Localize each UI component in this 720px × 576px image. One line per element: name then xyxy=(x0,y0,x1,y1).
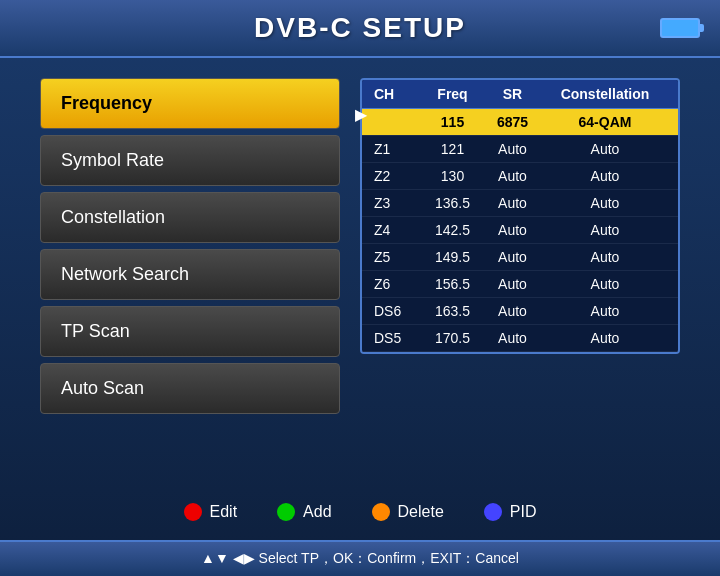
delete-button[interactable]: Delete xyxy=(372,503,444,521)
table-row[interactable]: Z6 156.5 Auto Auto xyxy=(362,271,678,298)
main-content: Frequency Symbol Rate Constellation Netw… xyxy=(0,58,720,434)
table-row[interactable]: Z4 142.5 Auto Auto xyxy=(362,217,678,244)
menu-item-network-search[interactable]: Network Search xyxy=(40,249,340,300)
add-button[interactable]: Add xyxy=(277,503,331,521)
channel-table-panel: CH Freq SR Constellation 115 6875 64-QAM… xyxy=(360,78,680,414)
orange-circle-icon xyxy=(372,503,390,521)
header: DVB-C SETUP xyxy=(0,0,720,58)
red-circle-icon xyxy=(184,503,202,521)
table-row[interactable]: Z5 149.5 Auto Auto xyxy=(362,244,678,271)
left-menu: Frequency Symbol Rate Constellation Netw… xyxy=(40,78,340,414)
table-row[interactable]: Z3 136.5 Auto Auto xyxy=(362,190,678,217)
page-title: DVB-C SETUP xyxy=(254,12,466,43)
status-bar: ▲▼ ◀▶ Select TP，OK：Confirm，EXIT：Cancel xyxy=(0,540,720,576)
menu-item-constellation[interactable]: Constellation xyxy=(40,192,340,243)
table-row[interactable]: 115 6875 64-QAM xyxy=(362,109,678,136)
action-buttons: Edit Add Delete PID xyxy=(0,493,720,531)
table-rows: 115 6875 64-QAM Z1 121 Auto Auto Z2 130 … xyxy=(362,109,678,352)
table-row[interactable]: Z1 121 Auto Auto xyxy=(362,136,678,163)
table-header: CH Freq SR Constellation xyxy=(362,80,678,109)
edit-button[interactable]: Edit xyxy=(184,503,238,521)
pid-button[interactable]: PID xyxy=(484,503,537,521)
blue-circle-icon xyxy=(484,503,502,521)
menu-item-symbol-rate[interactable]: Symbol Rate xyxy=(40,135,340,186)
channel-table: CH Freq SR Constellation 115 6875 64-QAM… xyxy=(360,78,680,354)
table-row[interactable]: Z2 130 Auto Auto xyxy=(362,163,678,190)
menu-item-tp-scan[interactable]: TP Scan xyxy=(40,306,340,357)
menu-item-auto-scan[interactable]: Auto Scan xyxy=(40,363,340,414)
battery-icon xyxy=(660,18,700,38)
arrow-right-icon: ▶ xyxy=(355,105,367,124)
menu-item-frequency[interactable]: Frequency xyxy=(40,78,340,129)
green-circle-icon xyxy=(277,503,295,521)
table-row[interactable]: DS6 163.5 Auto Auto xyxy=(362,298,678,325)
table-row[interactable]: DS5 170.5 Auto Auto xyxy=(362,325,678,352)
